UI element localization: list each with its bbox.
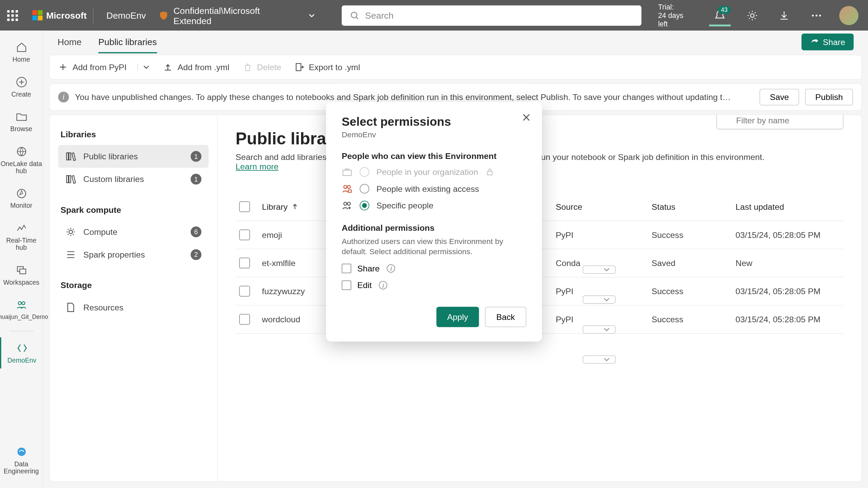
rail-home[interactable]: Home	[0, 37, 43, 68]
info-icon[interactable]: i	[387, 264, 395, 273]
filter-by-name[interactable]	[716, 115, 844, 129]
add-from-pypi-button[interactable]: Add from PyPI	[58, 62, 126, 72]
rail-workspace-demo[interactable]: Shuaijun_Git_Demo	[0, 294, 43, 325]
permission-option-existing[interactable]: People with existing access	[342, 183, 527, 194]
svg-point-22	[348, 202, 351, 205]
select-all-checkbox[interactable]	[239, 201, 250, 212]
rail-workspaces[interactable]: Workspaces	[0, 260, 43, 291]
version-select[interactable]	[583, 296, 615, 304]
version-select[interactable]	[583, 325, 615, 334]
file-icon	[65, 302, 76, 313]
radio-specific[interactable]	[360, 201, 369, 210]
toolbar: Add from PyPI Add from .yml Delete Expor…	[49, 55, 862, 80]
filter-input[interactable]	[716, 115, 844, 129]
settings-button[interactable]	[740, 9, 764, 21]
top-header: Microsoft DemoEnv Confidential\Microsoft…	[0, 0, 868, 30]
export-icon	[294, 62, 304, 72]
spark-properties-count: 2	[191, 249, 201, 260]
cell-updated: 03/15/24, 05:28:05 PM	[735, 230, 843, 240]
tab-public-libraries[interactable]: Public libraries	[98, 30, 157, 53]
side-nav: Libraries Public libraries 1 Custom libr…	[50, 115, 218, 481]
info-icon: i	[58, 92, 69, 103]
left-rail: Home Create Browse OneLake data hub Moni…	[0, 30, 43, 488]
banner-text: You have unpublished changes. To apply t…	[75, 92, 734, 102]
account-button[interactable]	[837, 6, 861, 25]
apply-button[interactable]: Apply	[436, 307, 479, 327]
microsoft-logo-icon	[32, 10, 42, 20]
svg-rect-16	[343, 170, 351, 176]
sidenav-compute[interactable]: Compute 6	[58, 221, 209, 243]
rail-create[interactable]: Create	[0, 71, 43, 102]
cell-status: Success	[652, 286, 736, 296]
trial-status[interactable]: Trial: 24 days left	[658, 3, 695, 28]
cell-updated: 03/15/24, 05:28:05 PM	[735, 314, 843, 324]
environment-icon	[16, 342, 28, 354]
more-horizontal-icon	[811, 9, 823, 21]
row-checkbox[interactable]	[239, 286, 250, 297]
sensitivity-text: Confidential\Microsoft Extended	[173, 5, 299, 25]
page-tabs: Home Public libraries Share	[43, 30, 868, 53]
version-select[interactable]	[583, 355, 615, 364]
svg-point-18	[344, 185, 347, 188]
sidenav-public-libraries[interactable]: Public libraries 1	[58, 145, 209, 168]
modal-view-section-title: People who can view this Environment	[342, 151, 527, 161]
permission-share[interactable]: Share i	[342, 264, 527, 273]
radio-existing[interactable]	[360, 184, 369, 194]
svg-point-3	[816, 14, 817, 16]
permission-edit[interactable]: Edit i	[342, 280, 527, 290]
sidenav-spark-title: Spark compute	[61, 205, 209, 215]
chevron-down-icon	[603, 356, 610, 363]
sidenav-custom-libraries[interactable]: Custom libraries 1	[58, 168, 209, 190]
rail-realtime[interactable]: Real-Time hub	[0, 218, 43, 256]
modal-close-button[interactable]	[521, 113, 531, 122]
add-from-pypi-dropdown[interactable]	[137, 63, 150, 70]
cell-status: Success	[652, 314, 736, 324]
search-box[interactable]	[342, 5, 642, 25]
library-icon	[65, 174, 76, 185]
more-button[interactable]	[805, 9, 828, 21]
search-input[interactable]	[365, 10, 633, 20]
chevron-down-icon	[603, 266, 610, 273]
sensitivity-label[interactable]: Confidential\Microsoft Extended	[159, 5, 315, 25]
row-checkbox[interactable]	[239, 314, 250, 325]
checkbox-edit[interactable]	[342, 280, 351, 290]
add-from-yml-button[interactable]: Add from .yml	[163, 62, 229, 72]
publish-button[interactable]: Publish	[805, 89, 853, 106]
svg-point-11	[22, 302, 25, 305]
col-source[interactable]: Source	[556, 202, 652, 211]
svg-rect-20	[348, 190, 351, 192]
people-add-icon	[342, 200, 353, 211]
rail-monitor[interactable]: Monitor	[0, 183, 43, 214]
environment-name[interactable]: DemoEnv	[102, 10, 151, 20]
download-button[interactable]	[772, 9, 796, 21]
col-last-updated[interactable]: Last updated	[735, 202, 843, 211]
permission-option-specific[interactable]: Specific people	[342, 200, 527, 211]
sidenav-spark-properties[interactable]: Spark properties 2	[58, 243, 209, 266]
rail-demoenv[interactable]: DemoEnv	[0, 337, 43, 368]
back-button[interactable]: Back	[485, 307, 526, 327]
tab-home[interactable]: Home	[58, 30, 82, 53]
rail-browse[interactable]: Browse	[0, 106, 43, 137]
gear-icon	[746, 9, 758, 21]
learn-more-link[interactable]: Learn more	[236, 162, 279, 171]
row-checkbox[interactable]	[239, 258, 250, 268]
workspaces-icon	[15, 264, 27, 276]
sidenav-resources[interactable]: Resources	[58, 296, 209, 319]
rail-data-engineering[interactable]: Data Engineering	[0, 441, 43, 479]
people-icon	[15, 299, 27, 311]
save-button[interactable]: Save	[760, 89, 799, 106]
notifications-button[interactable]: 43	[708, 9, 732, 21]
app-launcher-icon[interactable]	[7, 10, 18, 21]
export-yml-button[interactable]: Export to .yml	[294, 62, 360, 72]
info-icon[interactable]: i	[379, 281, 388, 289]
shield-icon	[159, 11, 169, 20]
cell-status: Saved	[652, 258, 736, 268]
rail-onelake[interactable]: OneLake data hub	[0, 141, 43, 179]
svg-point-12	[17, 448, 25, 456]
col-status[interactable]: Status	[652, 202, 736, 211]
checkbox-share[interactable]	[342, 264, 351, 273]
svg-point-1	[750, 14, 754, 17]
version-select[interactable]	[583, 265, 615, 274]
share-button[interactable]: Share	[801, 34, 853, 50]
row-checkbox[interactable]	[239, 229, 250, 240]
